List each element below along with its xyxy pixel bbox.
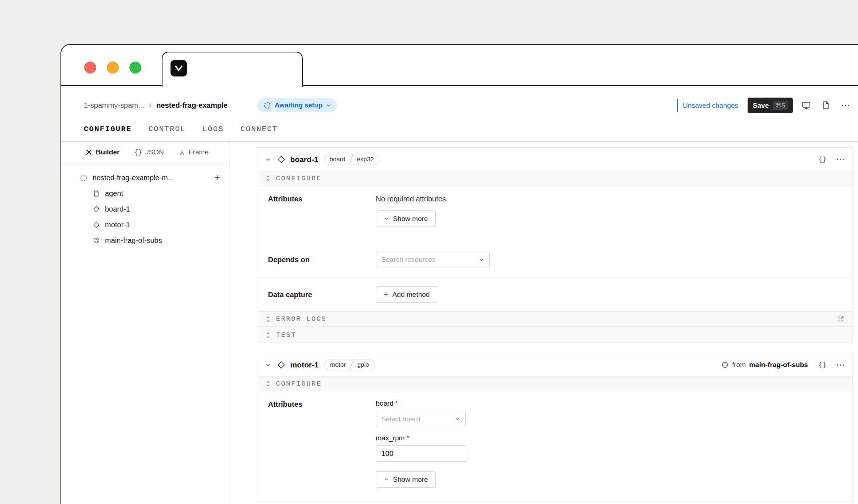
breadcrumb-parent[interactable]: 1-spammy-spam...	[84, 101, 144, 110]
save-button[interactable]: Save ⌘S	[748, 98, 793, 113]
add-resource-button[interactable]: +	[214, 172, 220, 183]
tab-configure[interactable]: CONFIGURE	[84, 123, 132, 136]
diamond-icon	[93, 206, 100, 213]
board-select[interactable]: Select board	[376, 411, 466, 427]
tab-logs[interactable]: LOGS	[203, 123, 224, 136]
header-actions: ⋯	[802, 86, 850, 125]
card-title: motor-1	[290, 361, 319, 369]
card-title: board-1	[290, 155, 318, 164]
collapse-vertical-icon	[266, 175, 271, 182]
fragment-source-prefix: from	[732, 361, 746, 369]
show-more-label: Show more	[393, 476, 428, 484]
tree-item-agent[interactable]: agent	[61, 187, 229, 200]
mode-json-label: JSON	[145, 148, 164, 156]
expand-vertical-icon	[266, 316, 271, 323]
card-header: motor-1 motor gpio from main-frag-of-sub…	[257, 353, 853, 376]
ellipsis-icon: ⋯	[841, 101, 850, 110]
status-badge[interactable]: Awaiting setup	[258, 98, 337, 112]
browser-tab[interactable]	[162, 52, 303, 87]
mode-frame[interactable]: Frame	[179, 148, 209, 156]
attributes-empty-text: No required attributes.	[376, 194, 842, 204]
chevron-right-icon: ›	[149, 100, 152, 111]
depends-on-placeholder: Search resources	[381, 256, 436, 264]
fragment-source: from main-frag-of-subs	[721, 361, 808, 369]
sidebar: Builder {} JSON Frame nested-frag-exampl…	[61, 142, 229, 504]
browser-window: 1-spammy-spam... › nested-frag-example A…	[60, 44, 858, 504]
document-icon[interactable]	[821, 101, 831, 110]
window-close-button[interactable]	[84, 62, 96, 74]
depends-on-label: Depends on	[268, 255, 376, 265]
awaiting-spinner-icon	[263, 102, 271, 109]
tab-control[interactable]: CONTROL	[148, 123, 185, 136]
show-more-label: Show more	[393, 215, 428, 223]
field-name: board	[376, 399, 394, 408]
window-minimize-button[interactable]	[107, 62, 119, 74]
field-name: max_rpm	[376, 434, 405, 442]
machine-monitor-icon[interactable]	[802, 101, 811, 110]
mode-builder-label: Builder	[96, 148, 120, 156]
breadcrumb-current: nested-frag-example	[156, 101, 228, 110]
save-shortcut-hint: ⌘S	[773, 101, 788, 110]
tree-item-main-frag-of-subs[interactable]: main-frag-of-subs	[61, 234, 229, 247]
tag-motor: motor	[325, 360, 351, 370]
window-controls	[84, 62, 141, 74]
resource-type-tags: motor gpio	[324, 359, 375, 370]
json-view-button[interactable]: {}	[818, 155, 827, 164]
collapse-vertical-icon	[266, 380, 271, 387]
resource-card-board-1: board-1 board esp32 {} ⋯ CONFIGURE Attri…	[257, 147, 853, 343]
data-capture-label: Data capture	[268, 290, 376, 300]
collapse-chevron-icon[interactable]	[265, 156, 271, 163]
attributes-row: Attributes No required attributes. Show …	[257, 186, 853, 242]
mode-frame-label: Frame	[189, 148, 209, 156]
mode-json[interactable]: {} JSON	[134, 148, 164, 156]
tree-item-motor-1[interactable]: motor-1	[61, 218, 229, 232]
fragment-source-name[interactable]: main-frag-of-subs	[749, 361, 808, 369]
fragment-icon	[93, 237, 100, 244]
field-label-board: board *	[376, 399, 842, 408]
collapse-chevron-icon[interactable]	[265, 362, 271, 368]
tab-connect[interactable]: CONNECT	[240, 123, 278, 136]
status-badge-label: Awaiting setup	[275, 101, 322, 109]
card-header-actions: {} ⋯	[818, 155, 845, 164]
viam-logo-icon	[171, 60, 187, 76]
show-more-button[interactable]: Show more	[376, 210, 436, 227]
tag-board: board	[324, 154, 351, 165]
section-configure[interactable]: CONFIGURE	[257, 376, 853, 391]
tree-item-machine-root[interactable]: nested-frag-example-m... +	[61, 172, 229, 185]
frame-axes-icon	[179, 149, 185, 156]
add-method-button[interactable]: + Add method	[376, 286, 438, 303]
depends-on-select[interactable]: Search resources	[376, 252, 490, 268]
chevron-down-icon	[455, 416, 460, 422]
card-more-button[interactable]: ⋯	[836, 360, 845, 369]
card-more-button[interactable]: ⋯	[836, 155, 845, 164]
required-asterisk: *	[395, 399, 398, 408]
data-capture-row: Data capture + Add method	[257, 277, 853, 312]
card-header-actions: from main-frag-of-subs {} ⋯	[721, 360, 845, 369]
tree-item-board-1[interactable]: board-1	[61, 203, 229, 216]
show-more-button[interactable]: Show more	[376, 471, 436, 488]
fragment-icon	[721, 361, 729, 369]
window-zoom-button[interactable]	[129, 62, 141, 74]
diamond-icon	[277, 155, 285, 164]
diamond-icon	[93, 221, 100, 228]
more-menu-button[interactable]: ⋯	[841, 101, 850, 110]
attributes-label: Attributes	[268, 194, 376, 204]
resource-type-tags: board esp32	[324, 154, 380, 165]
diamond-icon	[277, 361, 285, 369]
json-view-button[interactable]: {}	[818, 361, 827, 369]
tree-item-label: board-1	[105, 205, 130, 213]
max-rpm-input[interactable]	[376, 445, 467, 462]
machine-part-icon	[80, 174, 87, 182]
tag-esp32: esp32	[352, 154, 379, 165]
section-error-logs[interactable]: ERROR LOGS	[257, 312, 853, 327]
expand-vertical-icon	[266, 332, 271, 339]
open-external-icon[interactable]	[837, 315, 845, 323]
file-icon	[93, 190, 100, 197]
section-label: ERROR LOGS	[276, 315, 327, 323]
depends-on-row: Depends on Search resources	[257, 242, 853, 277]
section-test[interactable]: TEST	[257, 327, 853, 343]
mode-builder[interactable]: Builder	[85, 148, 120, 156]
required-asterisk: *	[407, 434, 409, 442]
section-configure[interactable]: CONFIGURE	[257, 171, 853, 186]
view-mode-switcher: Builder {} JSON Frame	[61, 142, 229, 163]
